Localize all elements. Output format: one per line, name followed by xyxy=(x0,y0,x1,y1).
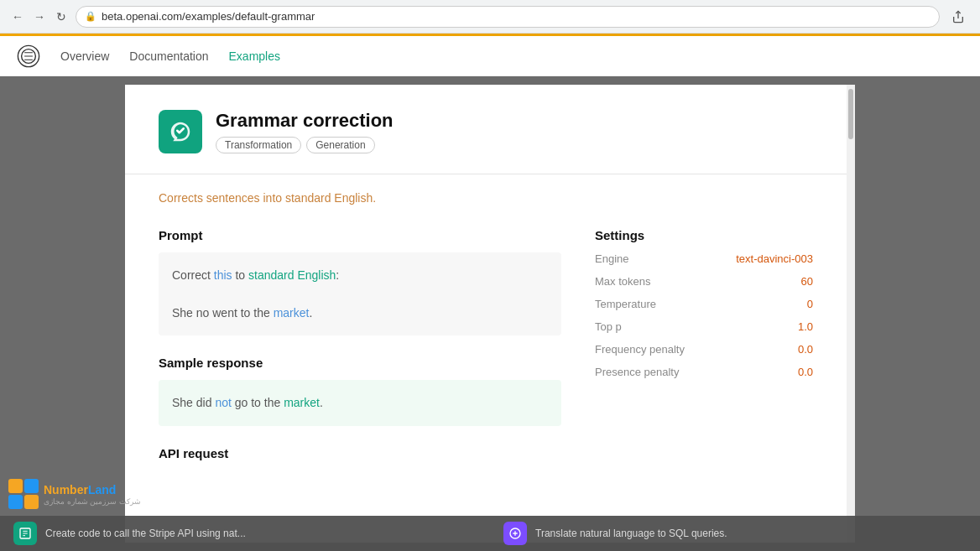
svg-rect-9 xyxy=(8,495,23,509)
prompt-line2-blue: market xyxy=(274,306,310,320)
two-col-layout: Prompt Correct this to standard English:… xyxy=(159,228,813,460)
nav-overview[interactable]: Overview xyxy=(60,49,109,63)
watermark-number: Number xyxy=(44,483,88,496)
response-plain: She did xyxy=(172,396,215,409)
tags-container: Transformation Generation xyxy=(216,137,394,153)
scrollbar-thumb xyxy=(848,89,853,139)
panel-header: Grammar correction Transformation Genera… xyxy=(159,110,813,153)
engine-value: text-davinci-003 xyxy=(736,252,813,265)
refresh-button[interactable]: ↻ xyxy=(54,9,69,24)
settings-title: Settings xyxy=(595,228,813,242)
settings-row-max-tokens: Max tokens 60 xyxy=(595,275,813,288)
nav-examples[interactable]: Examples xyxy=(229,49,280,63)
bottom-card-1-icon xyxy=(13,522,37,545)
svg-rect-8 xyxy=(24,479,39,493)
divider xyxy=(125,174,855,174)
max-tokens-value: 60 xyxy=(801,275,813,288)
bottom-card-2[interactable]: Translate natural language to SQL querie… xyxy=(490,516,980,551)
settings-row-presence-penalty: Presence penalty 0.0 xyxy=(595,366,813,378)
prompt-line2-plain: She no went to the xyxy=(172,306,274,320)
watermark: NumberLand شرکت سرزمین شماره مجازی xyxy=(8,479,141,509)
prompt-line1-plain: Correct xyxy=(172,268,214,282)
max-tokens-label: Max tokens xyxy=(595,275,650,288)
watermark-brand: NumberLand xyxy=(44,482,141,497)
prompt-line1-plain2: to xyxy=(232,268,248,282)
bottom-card-2-text: Translate natural language to SQL querie… xyxy=(535,528,727,539)
presence-penalty-value: 0.0 xyxy=(798,366,813,378)
tag-transformation: Transformation xyxy=(216,137,301,153)
app-icon xyxy=(159,110,202,153)
temperature-label: Temperature xyxy=(595,298,656,310)
bottom-card-1[interactable]: Create code to call the Stripe API using… xyxy=(0,516,490,551)
bottom-card-2-icon xyxy=(503,522,527,545)
prompt-line1-green: standard English xyxy=(248,268,336,282)
watermark-land: Land xyxy=(88,483,116,496)
panel-title: Grammar correction xyxy=(216,110,394,132)
bottom-bar: Create code to call the Stripe API using… xyxy=(0,516,980,551)
freq-penalty-value: 0.0 xyxy=(798,343,813,356)
response-text: She did not go to the market. xyxy=(172,393,548,412)
lock-icon: 🔒 xyxy=(85,11,96,22)
panel-content: Grammar correction Transformation Genera… xyxy=(125,85,855,543)
settings-row-temperature: Temperature 0 xyxy=(595,298,813,310)
openai-logo[interactable] xyxy=(17,44,40,68)
response-not: not xyxy=(215,396,231,409)
svg-rect-10 xyxy=(24,495,39,509)
scrollbar[interactable] xyxy=(847,85,855,543)
svg-rect-7 xyxy=(8,479,23,493)
response-plain2: go to the xyxy=(232,396,284,409)
address-bar[interactable]: 🔒 beta.openai.com/examples/default-gramm… xyxy=(76,6,940,28)
sample-response-title: Sample response xyxy=(159,356,561,370)
prompt-box: Correct this to standard English: She no… xyxy=(159,252,561,335)
response-box: She did not go to the market. xyxy=(159,380,561,425)
engine-label: Engine xyxy=(595,252,628,265)
prompt-line2: She no went to the market. xyxy=(172,304,548,322)
prompt-line2-plain2: . xyxy=(309,306,312,320)
description-text: Corrects sentences into standard English… xyxy=(159,191,376,205)
nav-documentation[interactable]: Documentation xyxy=(129,49,208,63)
settings-row-top-p: Top p 1.0 xyxy=(595,320,813,333)
freq-penalty-label: Frequency penalty xyxy=(595,343,685,356)
settings-table: Engine text-davinci-003 Max tokens 60 Te… xyxy=(595,252,813,378)
top-p-value: 1.0 xyxy=(798,320,813,333)
settings-row-engine: Engine text-davinci-003 xyxy=(595,252,813,265)
share-button[interactable] xyxy=(946,5,970,29)
prompt-section-title: Prompt xyxy=(159,228,561,242)
description: Corrects sentences into standard English… xyxy=(159,191,813,205)
temperature-value: 0 xyxy=(807,298,813,310)
forward-button[interactable]: → xyxy=(32,9,47,24)
content-panel: Grammar correction Transformation Genera… xyxy=(125,85,855,543)
right-column: Settings Engine text-davinci-003 Max tok… xyxy=(595,228,813,460)
top-p-label: Top p xyxy=(595,320,622,333)
site-nav: Overview Documentation Examples xyxy=(0,36,980,76)
bottom-card-1-text: Create code to call the Stripe API using… xyxy=(45,528,246,539)
tag-generation: Generation xyxy=(306,137,374,153)
presence-penalty-label: Presence penalty xyxy=(595,366,679,378)
back-button[interactable]: ← xyxy=(10,9,25,24)
api-section-title: API request xyxy=(159,446,561,460)
settings-row-freq-penalty: Frequency penalty 0.0 xyxy=(595,343,813,356)
response-market: market xyxy=(284,396,320,409)
watermark-text-block: NumberLand شرکت سرزمین شماره مجازی xyxy=(44,482,141,506)
prompt-text: Correct this to standard English: xyxy=(172,266,548,284)
prompt-line1-blue: this xyxy=(214,268,232,282)
header-text-area: Grammar correction Transformation Genera… xyxy=(216,110,394,153)
url-text: beta.openai.com/examples/default-grammar xyxy=(102,10,315,23)
watermark-icon xyxy=(8,479,39,509)
left-column: Prompt Correct this to standard English:… xyxy=(159,228,561,460)
prompt-line1-plain3: : xyxy=(336,268,339,282)
watermark-sub: شرکت سرزمین شماره مجازی xyxy=(44,497,141,506)
main-area: Grammar correction Transformation Genera… xyxy=(0,76,980,551)
response-plain3: . xyxy=(320,396,323,409)
browser-chrome: ← → ↻ 🔒 beta.openai.com/examples/default… xyxy=(0,0,980,34)
